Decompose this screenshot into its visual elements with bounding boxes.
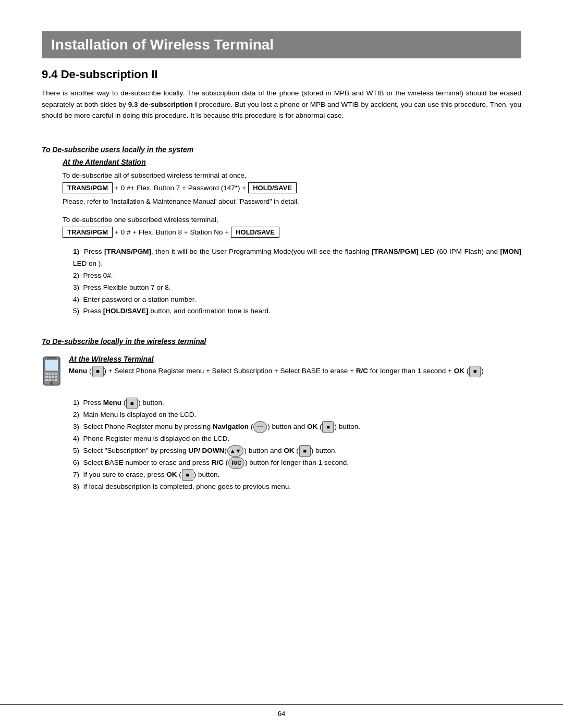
step-2-7: 7) If you sure to erase, press OK (■) bu…	[73, 469, 521, 481]
key-sequence-2: TRANS/PGM + 0 # + Flex. Button 8 + Stati…	[63, 227, 521, 238]
intro-paragraph: There is another way to de-subscribe loc…	[42, 88, 521, 121]
trans-pgm-key-2: TRANS/PGM	[63, 227, 113, 238]
numbered-steps-1: 1) Press [TRANS/PGM], then it will be th…	[73, 246, 521, 318]
svg-rect-2	[47, 357, 56, 359]
svg-rect-7	[55, 373, 57, 375]
svg-rect-4	[45, 373, 48, 375]
seq1-middle: + 0 #+ Flex. Button 7 + Password (147*) …	[115, 184, 246, 192]
chapter-title: Installation of Wireless Terminal	[51, 36, 274, 53]
step-2-6: 6) Select BASE number to erase and press…	[73, 457, 521, 469]
svg-point-3	[50, 381, 53, 385]
step-2-5: 5) Select "Subscription" by pressing UP/…	[73, 445, 521, 457]
svg-rect-10	[52, 376, 54, 378]
svg-rect-1	[45, 360, 58, 371]
svg-rect-14	[52, 379, 54, 381]
svg-rect-15	[55, 379, 57, 381]
phone-icon-area	[42, 356, 62, 388]
menu-sequence-row: Menu (■) + Select Phone Register menu + …	[69, 365, 521, 377]
chapter-header: Installation of Wireless Terminal	[42, 31, 521, 58]
note1: Please, refer to 'Installation & Mainten…	[63, 198, 521, 205]
step-2-4: 4) Phone Register menu is displayed on t…	[73, 433, 521, 445]
svg-rect-5	[48, 373, 51, 375]
step-2-2: 2) Main Menu is displayed on the LCD.	[73, 409, 521, 421]
trans-pgm-key-1: TRANS/PGM	[63, 182, 113, 193]
step-1-4: 4) Enter password or a station number.	[73, 294, 521, 306]
section-title: 9.4 De-subscription II	[42, 68, 521, 81]
wireless-content: At the Wireless Terminal Menu (■) + Sele…	[69, 355, 521, 377]
svg-rect-6	[52, 373, 54, 375]
menu-btn-inline: ■	[92, 366, 104, 377]
svg-rect-9	[48, 376, 51, 378]
instruction-all: To de-subscribe all of subscribed wirele…	[63, 171, 521, 179]
step-1-2: 2) Press 0#.	[73, 270, 521, 282]
step-1-3: 3) Press Flexible button 7 or 8.	[73, 282, 521, 294]
svg-rect-8	[45, 376, 48, 378]
step-2-1: 1) Press Menu (■) button.	[73, 397, 521, 409]
step-1-1: 1) Press [TRANS/PGM], then it will be th…	[73, 246, 521, 270]
wireless-terminal-section: At the Wireless Terminal Menu (■) + Sele…	[42, 355, 521, 388]
phone-icon	[42, 356, 62, 386]
ok-btn-3: ■	[322, 421, 334, 433]
hold-save-key-1: HOLD/SAVE	[248, 182, 297, 193]
numbered-steps-2: 1) Press Menu (■) button. 2) Main Menu i…	[73, 397, 521, 493]
page-footer: 64	[0, 704, 563, 728]
step-2-8: 8) If local desubscription is completed,…	[73, 481, 521, 493]
instruction-one: To de-subscribe one subscribed wireless …	[63, 216, 521, 224]
key-sequence-1: TRANS/PGM + 0 #+ Flex. Button 7 + Passwo…	[63, 182, 521, 193]
step-1-5: 5) Press [HOLD/SAVE] button, and confirm…	[73, 305, 521, 317]
ok-btn-5: ■	[299, 445, 311, 457]
attendant-station-heading: At the Attendant Station	[63, 158, 521, 166]
nav-btn: ⋅⋅⋅	[253, 421, 267, 433]
svg-rect-13	[48, 379, 51, 381]
page-number: 64	[278, 710, 285, 718]
wireless-terminal-heading: At the Wireless Terminal	[69, 355, 521, 363]
subsection2-heading: To De-subscribe locally in the wireless …	[42, 337, 521, 346]
svg-rect-12	[45, 379, 48, 381]
seq2-middle: + 0 # + Flex. Button 8 + Station No +	[115, 228, 229, 236]
ok-btn-7: ■	[182, 469, 193, 481]
rc-btn: R/C	[228, 457, 244, 469]
hold-save-key-2: HOLD/SAVE	[231, 227, 279, 238]
updown-btn: ▲▼	[227, 445, 244, 457]
subsection1-heading: To De-subscribe users locally in the sys…	[42, 145, 521, 154]
ok-btn-inline: ■	[469, 366, 481, 377]
svg-rect-11	[55, 376, 57, 378]
menu-btn-1: ■	[126, 398, 138, 410]
step-2-3: 3) Select Phone Register menu by pressin…	[73, 421, 521, 433]
